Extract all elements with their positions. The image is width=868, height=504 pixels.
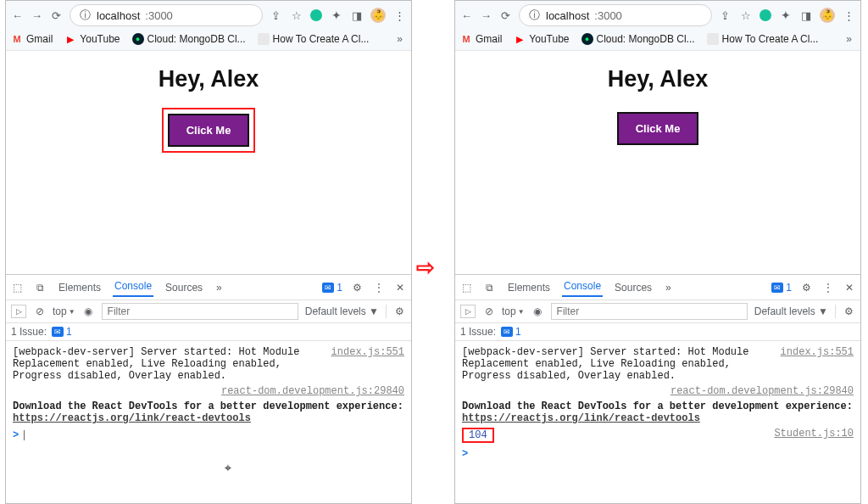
profile-avatar[interactable]: 👶 xyxy=(820,8,835,23)
live-expression-icon[interactable]: ◉ xyxy=(82,305,95,317)
side-panel-icon[interactable]: ◨ xyxy=(799,9,812,22)
star-icon[interactable]: ☆ xyxy=(739,9,752,22)
share-icon[interactable]: ⇪ xyxy=(719,9,732,22)
forward-button[interactable]: → xyxy=(31,9,43,22)
bookmark-mongo[interactable]: ●Cloud: MongoDB Cl... xyxy=(132,33,246,45)
bookmarks-more[interactable]: » xyxy=(843,33,855,45)
url-host: localhost xyxy=(546,9,589,22)
console-body[interactable]: [webpack-dev-server] Server started: Hot… xyxy=(455,341,860,503)
tab-console[interactable]: Console xyxy=(562,277,603,297)
bookmark-label: YouTube xyxy=(80,33,120,45)
browser-menu[interactable]: ⋮ xyxy=(393,9,406,22)
devtools-close-icon[interactable]: ✕ xyxy=(843,282,855,294)
log-react-devtools: Download the React DevTools for a better… xyxy=(13,400,404,424)
grammarly-icon[interactable] xyxy=(310,9,322,21)
bookmark-howto[interactable]: How To Create A Cl... xyxy=(258,33,370,45)
button-highlight: Click Me xyxy=(162,108,256,153)
log-source[interactable]: Student.js:10 xyxy=(774,428,854,440)
star-icon[interactable]: ☆ xyxy=(290,9,303,22)
toolbar: ← → ⟳ ⓘ localhost:3000 ⇪ ☆ ✦ ◨ 👶 ⋮ xyxy=(6,1,411,30)
click-me-button[interactable]: Click Me xyxy=(168,114,250,147)
context-dropdown[interactable]: top ▼ xyxy=(502,305,525,317)
page-content: Hey, Alex Click Me xyxy=(455,51,860,274)
bookmark-howto[interactable]: How To Create A Cl... xyxy=(707,33,819,45)
bookmark-mongo[interactable]: ●Cloud: MongoDB Cl... xyxy=(581,33,695,45)
address-bar[interactable]: ⓘ localhost:3000 xyxy=(70,4,263,26)
devtools-more-icon[interactable]: ⋮ xyxy=(372,282,385,294)
address-bar[interactable]: ⓘ localhost:3000 xyxy=(519,4,712,26)
tab-sources[interactable]: Sources xyxy=(613,279,654,296)
toolbar: ← → ⟳ ⓘ localhost:3000 ⇪ ☆ ✦ ◨ 👶 ⋮ xyxy=(455,1,860,30)
filter-input[interactable] xyxy=(102,303,298,320)
site-info-icon[interactable]: ⓘ xyxy=(79,8,92,23)
extensions-icon[interactable]: ✦ xyxy=(330,8,342,22)
reload-button[interactable]: ⟳ xyxy=(50,9,63,22)
msg-icon: ✉ xyxy=(501,327,513,337)
tab-elements[interactable]: Elements xyxy=(506,279,552,296)
log-source[interactable]: react-dom.development.js:29840 xyxy=(221,385,404,397)
issue-badge[interactable]: ✉1 xyxy=(771,282,792,294)
log-source[interactable]: react-dom.development.js:29840 xyxy=(670,385,854,397)
console-filter-bar: ▷ ⊘ top ▼ ◉ Default levels ▼ ⚙ xyxy=(455,300,860,323)
console-play-icon[interactable]: ▷ xyxy=(460,305,476,318)
devtools-close-icon[interactable]: ✕ xyxy=(393,282,406,294)
devtools-tabs: ⬚ ⧉ Elements Console Sources » ✉1 ⚙ ⋮ ✕ xyxy=(6,275,411,300)
bookmark-youtube[interactable]: ▶YouTube xyxy=(64,33,120,45)
issues-row[interactable]: 1 Issue: ✉1 xyxy=(6,323,411,341)
filter-input[interactable] xyxy=(551,303,748,320)
reload-button[interactable]: ⟳ xyxy=(499,9,512,22)
tab-elements[interactable]: Elements xyxy=(57,279,103,296)
dropdown-icon: ▼ xyxy=(518,308,525,316)
log-source[interactable]: index.js:551 xyxy=(781,346,854,358)
side-panel-icon[interactable]: ◨ xyxy=(350,9,363,22)
browser-menu[interactable]: ⋮ xyxy=(843,9,855,22)
forward-button[interactable]: → xyxy=(480,9,492,22)
console-body[interactable]: [webpack-dev-server] Server started: Hot… xyxy=(6,341,411,503)
log-link[interactable]: https://reactjs.org/link/react-devtools xyxy=(462,412,700,424)
log-source[interactable]: index.js:551 xyxy=(331,346,404,358)
device-toggle-icon[interactable]: ⧉ xyxy=(483,282,496,294)
issue-badge[interactable]: ✉1 xyxy=(322,282,342,294)
url-port: :3000 xyxy=(594,9,622,22)
live-expression-icon[interactable]: ◉ xyxy=(531,305,544,317)
back-button[interactable]: ← xyxy=(11,9,24,22)
tab-sources[interactable]: Sources xyxy=(164,279,204,296)
extensions-icon[interactable]: ✦ xyxy=(779,8,792,22)
browser-window-left: ← → ⟳ ⓘ localhost:3000 ⇪ ☆ ✦ ◨ 👶 ⋮ MGmai… xyxy=(5,0,412,504)
back-button[interactable]: ← xyxy=(460,9,473,22)
site-info-icon[interactable]: ⓘ xyxy=(528,8,541,23)
click-me-button[interactable]: Click Me xyxy=(617,112,699,145)
bookmark-gmail[interactable]: MGmail xyxy=(460,33,502,45)
log-link[interactable]: https://reactjs.org/link/react-devtools xyxy=(13,412,251,424)
issues-row[interactable]: 1 Issue: ✉1 xyxy=(455,323,860,341)
console-settings-icon[interactable]: ⚙ xyxy=(843,305,855,317)
bookmarks-more[interactable]: » xyxy=(393,33,406,45)
mongo-icon: ● xyxy=(581,33,593,45)
console-clear-icon[interactable]: ⊘ xyxy=(482,305,495,317)
context-dropdown[interactable]: top ▼ xyxy=(53,305,75,317)
console-prompt[interactable]: > xyxy=(13,429,404,441)
tabs-more[interactable]: » xyxy=(214,279,224,296)
console-prompt[interactable]: > xyxy=(462,448,854,460)
issue-count: 1 xyxy=(337,282,342,294)
inspect-icon[interactable]: ⬚ xyxy=(460,282,473,294)
device-toggle-icon[interactable]: ⧉ xyxy=(34,282,47,294)
text-cursor xyxy=(24,430,25,440)
tab-console[interactable]: Console xyxy=(113,277,153,297)
console-clear-icon[interactable]: ⊘ xyxy=(33,305,46,317)
devtools-settings-icon[interactable]: ⚙ xyxy=(351,282,364,294)
bookmark-gmail[interactable]: MGmail xyxy=(11,33,53,45)
bookmark-youtube[interactable]: ▶YouTube xyxy=(514,33,569,45)
share-icon[interactable]: ⇪ xyxy=(270,9,282,22)
log-levels-dropdown[interactable]: Default levels ▼ xyxy=(305,305,379,317)
console-play-icon[interactable]: ▷ xyxy=(11,305,26,318)
devtools-settings-icon[interactable]: ⚙ xyxy=(800,282,813,294)
grammarly-icon[interactable] xyxy=(760,9,771,21)
console-filter-bar: ▷ ⊘ top ▼ ◉ Default levels ▼ ⚙ xyxy=(6,300,411,323)
devtools-more-icon[interactable]: ⋮ xyxy=(821,282,834,294)
log-levels-dropdown[interactable]: Default levels ▼ xyxy=(754,305,828,317)
tabs-more[interactable]: » xyxy=(664,279,673,296)
console-settings-icon[interactable]: ⚙ xyxy=(393,305,406,317)
inspect-icon[interactable]: ⬚ xyxy=(11,282,24,294)
profile-avatar[interactable]: 👶 xyxy=(370,8,386,23)
